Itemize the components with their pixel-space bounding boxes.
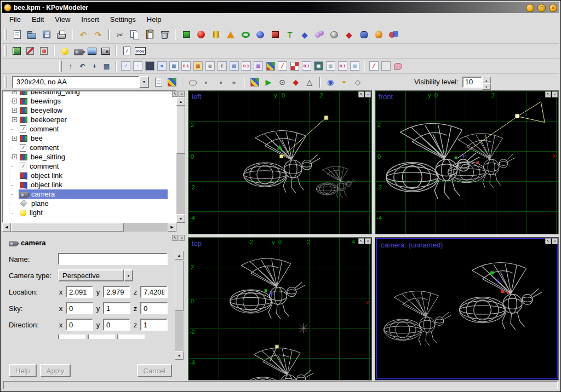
visibility-level-input[interactable] [462,77,482,88]
spin-up-button[interactable] [482,77,491,83]
toolbar-button[interactable]: ▥ [253,60,264,72]
toolbar-button[interactable]: ◇ [351,76,364,89]
direction-z-input[interactable] [140,319,168,331]
tree-item[interactable]: + comment [3,162,175,171]
object-tree[interactable]: + beesitting_wing + [2,90,176,223]
viewport-front[interactable]: front y 0 2 2 0 -2 -4 x ↖ × [375,90,559,234]
toolbar-button[interactable]: ↑ [65,60,76,72]
toolbar-button[interactable] [165,76,179,89]
scroll-up-icon[interactable] [176,97,185,106]
clipped-input[interactable] [58,335,85,339]
minimize-button[interactable]: – [526,4,534,12]
toolbar-button[interactable]: ▤ [228,60,240,72]
scrollbar-track[interactable] [176,106,185,214]
toolbar-button[interactable] [39,27,54,42]
visibility-level-spinbox[interactable] [462,77,491,88]
toolbar-button[interactable]: ╱ [277,60,288,72]
toolbar-button[interactable] [238,27,253,42]
close-button[interactable]: × [552,91,558,97]
toolbar-button[interactable]: ↷ [91,27,105,42]
undock-button[interactable]: ↖ [172,91,178,97]
toolbar-button[interactable]: ◆ [289,76,302,89]
clipped-input[interactable] [117,335,145,339]
scroll-up-icon[interactable] [175,251,184,260]
menu-item[interactable]: Settings [105,14,141,25]
camera-type-select[interactable]: Perspective [58,269,133,281]
toolbar-button[interactable]: ✂ [113,27,127,42]
apply-button[interactable]: Apply [40,364,71,377]
toolbar-button[interactable] [179,27,193,42]
toolbar-button[interactable]: ∕ [120,60,131,72]
tree-horizontal-scrollbar[interactable] [2,223,185,232]
direction-y-input[interactable] [103,319,130,331]
toolbar-button[interactable] [152,76,165,89]
toolbar-button[interactable]: ◓ [337,76,351,89]
tree-vertical-scrollbar[interactable] [176,90,185,223]
toolbar-button[interactable]: ▨ [192,60,204,72]
toolbar-button[interactable]: ▫ [132,60,144,72]
toolbar-button[interactable]: · [144,60,156,72]
tree-item[interactable]: + beekoerper [3,115,175,124]
scrollbar-thumb[interactable] [11,223,124,232]
toolbar-button[interactable]: ⊙ [276,76,289,89]
scrollbar-track[interactable] [175,260,184,351]
toolbar-button[interactable] [157,27,171,42]
tree-item[interactable]: + bee [3,134,175,143]
toolbar-handle[interactable] [4,77,7,88]
toolbar-handle[interactable] [4,29,7,40]
expander-plus-icon[interactable]: + [12,154,17,159]
scrollbar-thumb[interactable] [175,261,184,311]
titlebar[interactable]: bee.kpm - KPovModeler – □ × [2,2,559,13]
close-button[interactable]: × [552,238,558,244]
tree-item[interactable]: + camera [3,189,175,199]
toolbar-handle[interactable] [4,45,7,56]
chevron-down-icon[interactable] [139,76,149,88]
toolbar-button[interactable] [58,44,71,57]
toolbar-button[interactable]: ◐ [200,76,213,89]
expander-plus-icon[interactable]: + [12,136,17,141]
toolbar-button[interactable] [209,27,223,42]
close-button[interactable]: × [365,238,371,244]
menu-item[interactable]: View [50,14,75,25]
toolbar-button[interactable] [99,44,112,57]
toolbar-button[interactable]: + [89,60,100,72]
help-button[interactable]: Help [9,364,37,377]
toolbar-button[interactable]: ▦ [101,60,112,72]
sky-z-input[interactable] [140,302,168,314]
menu-item[interactable]: Insert [76,14,104,25]
toolbar-button[interactable]: ↶ [77,60,88,72]
toolbar-button[interactable] [357,27,371,42]
properties-scrollbar[interactable] [175,251,184,360]
toolbar-button[interactable]: ▥ [325,60,336,72]
toolbar-button[interactable]: ↶ [76,27,90,42]
toolbar-button[interactable] [392,60,404,72]
viewport-left[interactable]: left y 0 -2 2 0 -2 -4 ↖ × [188,90,372,234]
toolbar-button[interactable]: ╱ [368,60,380,72]
tree-item[interactable]: + comment [3,124,175,134]
render-size-select[interactable]: 320x240, no AA [12,76,149,88]
toolbar-button[interactable] [194,27,208,42]
toolbar-button[interactable] [72,44,85,57]
spin-down-button[interactable] [482,83,491,90]
sky-x-input[interactable] [66,302,93,314]
toolbar-button[interactable] [327,27,341,42]
toolbar-button[interactable]: Pov [134,44,147,57]
toolbar-button[interactable] [224,27,238,42]
expander-plus-icon[interactable]: + [12,99,17,103]
toolbar-button[interactable] [312,27,327,42]
close-button[interactable]: × [549,4,557,12]
toolbar-button[interactable]: 0.1 [337,60,348,72]
close-button[interactable]: × [365,91,371,97]
toolbar-button[interactable] [380,60,392,72]
menu-item[interactable]: Help [142,14,167,25]
toolbar-button[interactable]: ● [227,76,241,89]
toolbar-button[interactable] [85,44,99,57]
expander-plus-icon[interactable]: + [12,90,17,94]
scroll-right-icon[interactable] [168,223,176,232]
undock-button[interactable]: ↖ [358,238,364,244]
location-y-input[interactable] [103,286,130,298]
toolbar-button[interactable]: 0.1 [301,60,312,72]
toolbar-button[interactable] [142,27,157,42]
tree-item[interactable]: + beewings [3,96,175,106]
undock-button[interactable]: ↖ [358,91,364,97]
